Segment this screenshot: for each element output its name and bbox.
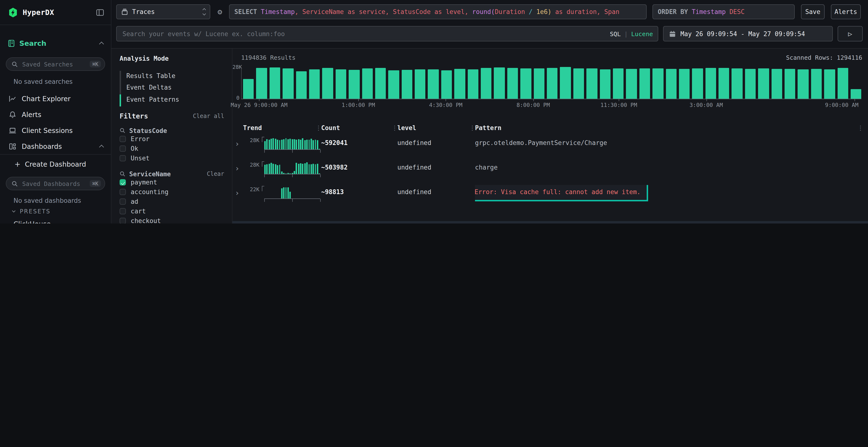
- sql-orderby-editor[interactable]: ORDER BY Timestamp DESC: [652, 4, 795, 19]
- preset-item-clickhouse[interactable]: ClickHouse: [13, 218, 100, 224]
- results-histogram[interactable]: [241, 67, 861, 99]
- save-button[interactable]: Save: [801, 4, 825, 19]
- saved-dashboards-field[interactable]: [21, 179, 87, 187]
- sql-toggle[interactable]: SQL: [610, 30, 621, 37]
- column-menu-icon[interactable]: ⋮: [858, 124, 864, 132]
- search-icon[interactable]: [120, 171, 125, 177]
- sidebar-item-search[interactable]: Search: [0, 37, 111, 50]
- histogram-bar: [547, 68, 558, 99]
- sql-orderby-content: ORDER BY Timestamp DESC: [658, 8, 745, 15]
- row-level: undefined: [397, 185, 475, 209]
- row-count: ~592041: [321, 136, 397, 161]
- histogram-bars: [243, 67, 861, 99]
- analysis-mode-event-patterns[interactable]: Event Patterns: [126, 94, 225, 105]
- expand-row-icon[interactable]: ›: [232, 185, 249, 209]
- histogram-bar: [784, 69, 796, 99]
- histogram-bar: [771, 69, 782, 99]
- expand-row-icon[interactable]: ›: [232, 161, 249, 185]
- date-range-picker[interactable]: May 26 09:09:54 - May 27 09:09:54: [663, 26, 833, 41]
- histogram-bar: [243, 79, 254, 99]
- histogram-bar: [270, 68, 280, 99]
- create-dashboard-button[interactable]: + Create Dashboard: [0, 158, 111, 171]
- axis-tick: [259, 99, 260, 101]
- filter-option-payment[interactable]: payment: [120, 177, 225, 187]
- source-select-value: Traces: [132, 8, 155, 15]
- histogram-bar: [415, 69, 426, 99]
- checkbox-unchecked[interactable]: [120, 136, 126, 142]
- run-query-button[interactable]: ▷: [838, 26, 863, 41]
- collapse-sidebar-icon[interactable]: [96, 8, 104, 16]
- presets-toggle[interactable]: PRESETS: [12, 208, 51, 215]
- clear-all-filters[interactable]: Clear all: [193, 112, 225, 119]
- source-settings-gear-icon[interactable]: ⚙: [215, 4, 225, 19]
- pattern-row[interactable]: › 22K ~98813 undefined Error: Visa cache…: [232, 185, 868, 209]
- event-search-input[interactable]: [122, 30, 610, 38]
- filters-title: Filters: [120, 112, 148, 120]
- clear-group-filter[interactable]: Clear: [207, 171, 225, 177]
- histogram-bar: [520, 69, 531, 99]
- filter-option-accounting[interactable]: accounting: [120, 187, 225, 197]
- axis-tick: [358, 99, 359, 101]
- results-count: 1194836 Results: [241, 54, 296, 61]
- search-icon[interactable]: [120, 128, 125, 133]
- saved-searches-input[interactable]: ⌘K: [6, 57, 105, 71]
- column-menu-icon[interactable]: ⋮: [392, 124, 398, 132]
- column-menu-icon[interactable]: ⋮: [315, 124, 322, 132]
- sql-select-content: SELECT Timestamp, ServiceName as service…: [235, 8, 619, 15]
- topbar: Traces ⚙ SELECT Timestamp, ServiceName a…: [112, 0, 868, 49]
- chevron-up-icon[interactable]: [99, 144, 104, 149]
- sidebar-item-client-sessions[interactable]: Client Sessions: [0, 122, 111, 138]
- sidebar-item-chart-explorer[interactable]: Chart Explorer: [0, 91, 111, 106]
- checkbox-unchecked[interactable]: [120, 155, 126, 161]
- histogram-bar: [534, 68, 545, 99]
- histogram-bar: [758, 69, 769, 99]
- saved-dashboards-input[interactable]: ⌘K: [6, 177, 105, 190]
- checkbox-unchecked[interactable]: [120, 189, 126, 195]
- filter-option-checkout[interactable]: checkout: [120, 216, 225, 224]
- axis-tick-label: May 26 9:00:00 AM: [231, 102, 287, 108]
- event-search-bar[interactable]: SQL | Lucene: [116, 26, 658, 41]
- analysis-mode-results-table[interactable]: Results Table: [126, 70, 225, 82]
- histogram-bar: [349, 70, 360, 99]
- pattern-row[interactable]: › 28K ~503982 undefined charge: [232, 161, 868, 185]
- sidebar-item-dashboards[interactable]: Dashboards: [0, 138, 111, 154]
- checkbox-unchecked[interactable]: [120, 145, 126, 152]
- filter-option-label: cart: [131, 208, 146, 215]
- column-menu-icon[interactable]: ⋮: [469, 124, 475, 132]
- sidebar-item-alerts[interactable]: Alerts: [0, 106, 111, 122]
- lucene-toggle[interactable]: Lucene: [631, 30, 653, 37]
- chevron-up-icon[interactable]: [99, 42, 104, 46]
- alerts-button[interactable]: Alerts: [831, 4, 861, 19]
- filter-option-ad[interactable]: ad: [120, 197, 225, 206]
- search-icon: [11, 180, 18, 187]
- axis-tick: [855, 99, 855, 101]
- analysis-mode-event-deltas[interactable]: Event Deltas: [126, 82, 225, 94]
- presets-label: PRESETS: [20, 208, 51, 215]
- histogram-bar: [745, 69, 756, 99]
- sql-token: /: [529, 8, 536, 15]
- calendar-icon: [669, 30, 676, 37]
- filter-option-ok[interactable]: Ok: [120, 144, 225, 153]
- pattern-row[interactable]: › 28K ~592041 undefined grpc.oteldemo.Pa…: [232, 136, 868, 161]
- sql-token: StatusCode as level: [393, 8, 465, 15]
- source-select[interactable]: Traces: [116, 4, 210, 19]
- filter-option-error[interactable]: Error: [120, 134, 225, 144]
- updown-chevrons-icon: [203, 9, 206, 15]
- filter-option-cart[interactable]: cart: [120, 206, 225, 216]
- sql-select-editor[interactable]: SELECT Timestamp, ServiceName as service…: [229, 4, 647, 19]
- checkbox-unchecked[interactable]: [120, 208, 126, 214]
- dashboards-icon: [9, 142, 17, 150]
- checkbox-unchecked[interactable]: [120, 218, 126, 224]
- histogram-bar: [401, 70, 412, 99]
- saved-searches-field[interactable]: [21, 60, 87, 68]
- checkbox-checked[interactable]: [120, 179, 126, 185]
- sql-token: DESC: [730, 8, 745, 15]
- axis-tick: [533, 99, 534, 101]
- filter-option-unset[interactable]: Unset: [120, 153, 225, 163]
- highlighted-error-pattern[interactable]: Error: Visa cache full: cannot add new i…: [475, 185, 648, 201]
- shortcut-badge: ⌘K: [90, 180, 101, 187]
- expand-row-icon[interactable]: ›: [232, 136, 249, 161]
- col-pattern: Pattern: [475, 124, 501, 132]
- checkbox-unchecked[interactable]: [120, 199, 126, 205]
- row-count: ~98813: [321, 185, 397, 209]
